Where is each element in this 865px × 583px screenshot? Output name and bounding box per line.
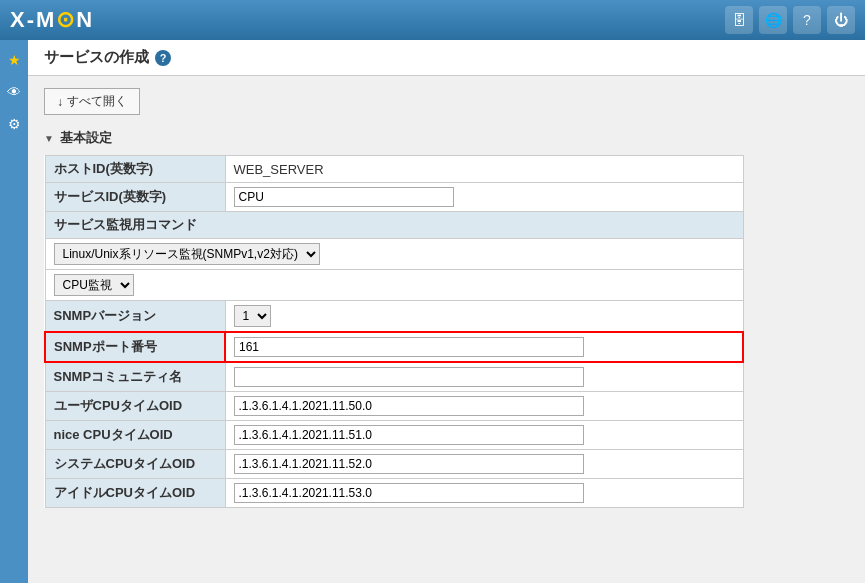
sidebar-item-favorites[interactable]: ★: [2, 48, 26, 72]
layout: ★ 👁 ⚙ サービスの作成 ? ↓ すべて開く ▼ 基本設定: [0, 40, 865, 583]
command-select1-cell: Linux/Unix系リソース監視(SNMPv1,v2対応): [45, 239, 743, 270]
system-cpu-value-cell: [225, 450, 743, 479]
idle-cpu-label: アイドルCPUタイムOID: [45, 479, 225, 508]
expand-arrow-icon: ↓: [57, 95, 63, 109]
snmp-community-row: SNMPコミュニティ名: [45, 362, 743, 392]
header: X-M⊙N 🗄 🌐 ? ⏻: [0, 0, 865, 40]
host-id-row: ホストID(英数字) WEB_SERVER: [45, 156, 743, 183]
snmp-community-value-cell: [225, 362, 743, 392]
service-id-value-cell: [225, 183, 743, 212]
system-cpu-label: システムCPUタイムOID: [45, 450, 225, 479]
expand-all-label: すべて開く: [67, 93, 127, 110]
command-select2[interactable]: CPU監視: [54, 274, 134, 296]
snmp-port-value-cell: [225, 332, 743, 362]
form-table: ホストID(英数字) WEB_SERVER サービスID(英数字): [44, 155, 744, 508]
user-cpu-input[interactable]: [234, 396, 584, 416]
header-icons: 🗄 🌐 ? ⏻: [725, 6, 855, 34]
nice-cpu-value-cell: [225, 421, 743, 450]
system-cpu-input[interactable]: [234, 454, 584, 474]
command-select1-row: Linux/Unix系リソース監視(SNMPv1,v2対応): [45, 239, 743, 270]
question-icon[interactable]: ?: [793, 6, 821, 34]
main-content: サービスの作成 ? ↓ すべて開く ▼ 基本設定 ホストID(英数字): [28, 40, 865, 583]
host-id-label: ホストID(英数字): [45, 156, 225, 183]
nice-cpu-label: nice CPUタイムOID: [45, 421, 225, 450]
command-select2-row: CPU監視: [45, 270, 743, 301]
user-cpu-value-cell: [225, 392, 743, 421]
snmp-version-row: SNMPバージョン 1: [45, 301, 743, 333]
database-icon[interactable]: 🗄: [725, 6, 753, 34]
idle-cpu-value-cell: [225, 479, 743, 508]
system-cpu-row: システムCPUタイムOID: [45, 450, 743, 479]
logout-icon[interactable]: ⏻: [827, 6, 855, 34]
snmp-community-input[interactable]: [234, 367, 584, 387]
command-select2-cell: CPU監視: [45, 270, 743, 301]
logo: X-M⊙N: [10, 7, 94, 33]
basic-settings-section: ▼ 基本設定 ホストID(英数字) WEB_SERVER サービスID(英数字): [44, 129, 849, 508]
snmp-version-select[interactable]: 1: [234, 305, 271, 327]
sidebar-item-view[interactable]: 👁: [2, 80, 26, 104]
command-label-row: サービス監視用コマンド: [45, 212, 743, 239]
snmp-version-value-cell: 1: [225, 301, 743, 333]
nice-cpu-row: nice CPUタイムOID: [45, 421, 743, 450]
host-id-value: WEB_SERVER: [234, 162, 324, 177]
snmp-port-row: SNMPポート番号: [45, 332, 743, 362]
section-triangle-icon: ▼: [44, 133, 54, 144]
expand-all-button[interactable]: ↓ すべて開く: [44, 88, 140, 115]
service-id-input[interactable]: [234, 187, 454, 207]
idle-cpu-row: アイドルCPUタイムOID: [45, 479, 743, 508]
page-title: サービスの作成: [44, 48, 149, 67]
user-cpu-label: ユーザCPUタイムOID: [45, 392, 225, 421]
logo-x: X-M: [10, 7, 56, 32]
section-header: ▼ 基本設定: [44, 129, 849, 147]
service-id-label: サービスID(英数字): [45, 183, 225, 212]
snmp-port-label: SNMPポート番号: [45, 332, 225, 362]
command-select1[interactable]: Linux/Unix系リソース監視(SNMPv1,v2対応): [54, 243, 320, 265]
user-cpu-row: ユーザCPUタイムOID: [45, 392, 743, 421]
sidebar: ★ 👁 ⚙: [0, 40, 28, 583]
section-label: 基本設定: [60, 129, 112, 147]
snmp-version-label: SNMPバージョン: [45, 301, 225, 333]
sidebar-item-settings[interactable]: ⚙: [2, 112, 26, 136]
content-area: ↓ すべて開く ▼ 基本設定 ホストID(英数字) WEB_SERVER: [28, 76, 865, 530]
command-label: サービス監視用コマンド: [45, 212, 743, 239]
snmp-community-label: SNMPコミュニティ名: [45, 362, 225, 392]
page-title-bar: サービスの作成 ?: [28, 40, 865, 76]
host-id-value-cell: WEB_SERVER: [225, 156, 743, 183]
help-icon[interactable]: ?: [155, 50, 171, 66]
nice-cpu-input[interactable]: [234, 425, 584, 445]
idle-cpu-input[interactable]: [234, 483, 584, 503]
logo-moon: ⊙: [56, 7, 76, 32]
snmp-port-input[interactable]: [234, 337, 584, 357]
service-id-row: サービスID(英数字): [45, 183, 743, 212]
globe-icon[interactable]: 🌐: [759, 6, 787, 34]
